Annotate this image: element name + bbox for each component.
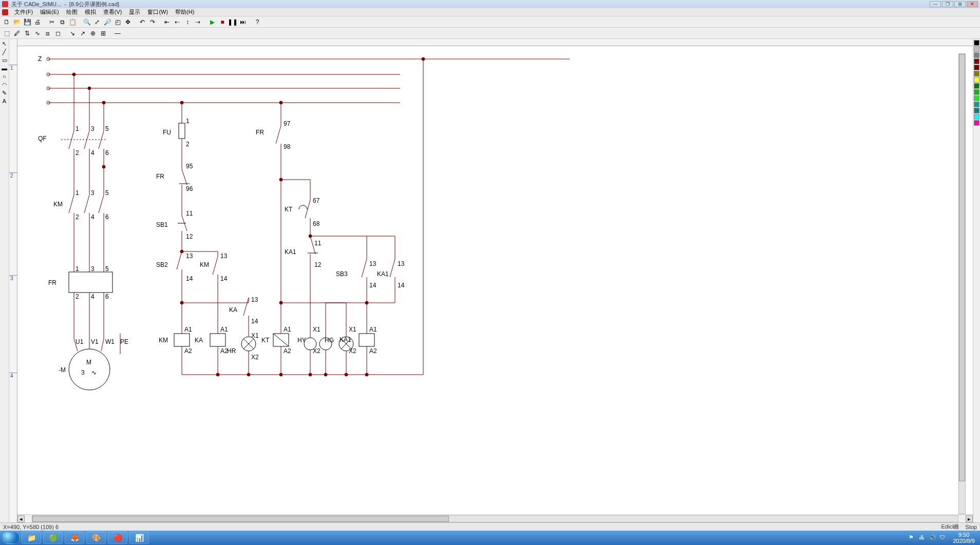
select-tool[interactable]: ↖ [1,40,8,47]
arc-tool[interactable]: ◠ [1,81,8,88]
menu-sim[interactable]: 模拟 [82,8,99,16]
color-swatch[interactable] [974,71,979,76]
horizontal-scrollbar[interactable]: ◂ ▸ [17,514,973,522]
hscroll-left[interactable]: ◂ [17,515,25,522]
menu-help[interactable]: 帮助(H) [172,8,197,16]
hscroll-right[interactable]: ▸ [966,515,973,522]
tray-network-icon[interactable]: 🖧 [919,534,926,541]
pause-button[interactable]: ❚❚ [228,17,237,27]
task-app[interactable]: 🟢 [43,532,63,544]
paste-button[interactable]: 📋 [68,17,77,27]
color-swatch[interactable] [974,40,979,46]
mirror-h-button[interactable]: ⇤ [162,17,172,27]
color-swatch[interactable] [974,114,979,120]
close-button[interactable]: ✕ [967,1,978,7]
color-swatch[interactable] [974,59,979,64]
task-app[interactable]: 📁 [22,532,41,544]
menu-file[interactable]: 文件(F) [11,8,36,16]
pencil-tool[interactable]: ✎ [1,89,8,96]
vtick-4: 4 [9,373,17,379]
start-button[interactable] [2,532,20,544]
t2-4[interactable]: ⧈ [43,29,52,38]
align-button[interactable]: ⇢ [193,17,202,27]
task-app[interactable]: 🦊 [65,532,84,544]
cut-button[interactable]: ✂ [47,17,56,27]
menu-edit[interactable]: 编辑(E) [37,8,62,16]
tray-shield-icon[interactable]: 🛡 [939,534,947,541]
comp-motor: -M [59,366,66,374]
comp-sb1: SB1 [156,221,168,228]
hscroll-thumb[interactable] [32,516,449,522]
t2-8[interactable]: ↗ [78,29,87,38]
open-button[interactable]: 📂 [12,17,22,27]
task-app[interactable]: 🎨 [86,532,106,544]
fillrect-tool[interactable]: ▬ [1,65,8,72]
mirror-v-button[interactable]: ⇠ [173,17,182,27]
zoom-in-button[interactable]: 🔍 [82,17,91,27]
vscroll-thumb[interactable] [959,54,965,481]
t2-0[interactable]: ⬚ [2,29,11,38]
taskbar-clock[interactable]: 9:50 2020/8/9 [950,532,978,544]
line-tool[interactable]: ╱ [1,48,8,55]
maximize-button[interactable]: ❐ [942,1,953,7]
save-button[interactable]: 💾 [23,17,32,27]
zoom-fit-button[interactable]: ⤢ [92,17,102,27]
menu-display[interactable]: 显示 [126,8,143,16]
color-swatch[interactable] [974,52,979,58]
tray-sound-icon[interactable]: 🔊 [929,534,936,541]
t2-3[interactable]: ∿ [33,29,42,38]
t2-12[interactable]: — [113,29,122,38]
color-swatch[interactable] [974,95,979,101]
vertical-scrollbar[interactable] [958,53,966,514]
zoom-window-button[interactable]: ◰ [113,17,122,27]
color-swatch[interactable] [974,89,979,95]
t2-1[interactable]: 🖉 [12,29,22,38]
undo-button[interactable]: ↶ [138,17,147,27]
svg-point-92 [247,373,250,376]
comp-fr: FR [48,279,56,286]
svg-line-24 [69,195,74,213]
comp-kt: KT [285,206,293,213]
new-button[interactable]: 🗋 [2,17,11,27]
rect-tool[interactable]: ▭ [1,56,8,64]
t2-10[interactable]: ⊞ [99,29,108,38]
restore-button[interactable]: ⧉ [954,1,966,7]
color-swatch[interactable] [974,108,979,113]
color-swatch[interactable] [974,65,979,70]
t2-5[interactable]: ◻ [53,29,63,38]
circle-tool[interactable]: ○ [1,73,8,80]
help-button[interactable]: ? [253,17,262,27]
schematic-canvas[interactable]: Z QF KM FR -M M 3 ∿ 135 246 135 246 135 … [17,46,973,514]
redo-button[interactable]: ↷ [148,17,157,27]
svg-text:U1: U1 [76,338,84,345]
menu-draw[interactable]: 绘图 [63,8,81,16]
vtick-3: 3 [9,275,17,281]
run-button[interactable]: ▶ [208,17,217,27]
t2-7[interactable]: ↘ [68,29,77,38]
menu-view[interactable]: 查看(V) [100,8,125,16]
tray-flag-icon[interactable]: ⚑ [909,534,916,541]
task-app[interactable]: 🔴 [108,532,127,544]
step-button[interactable]: ⏭ [238,17,248,27]
pan-button[interactable]: ✥ [123,17,133,27]
color-swatch[interactable] [974,77,979,83]
svg-text:X1: X1 [349,326,356,333]
color-swatch[interactable] [974,46,979,52]
task-app[interactable]: 📊 [129,532,149,544]
t2-9[interactable]: ⊕ [88,29,98,38]
svg-text:3: 3 [91,189,95,197]
svg-text:A1: A1 [220,326,228,333]
rotate-button[interactable]: ↕ [183,17,192,27]
minimize-button[interactable]: — [930,1,941,7]
zoom-out-button[interactable]: 🔎 [103,17,112,27]
motor-m: M [86,359,91,366]
stop-button[interactable]: ■ [218,17,227,27]
menu-window[interactable]: 窗口(W) [144,8,171,16]
color-swatch[interactable] [974,120,979,126]
color-swatch[interactable] [974,83,979,89]
t2-2[interactable]: ⇅ [23,29,32,38]
copy-button[interactable]: ⧉ [58,17,67,27]
text-tool[interactable]: A [1,98,8,105]
print-button[interactable]: 🖨 [33,17,42,27]
color-swatch[interactable] [974,102,979,107]
